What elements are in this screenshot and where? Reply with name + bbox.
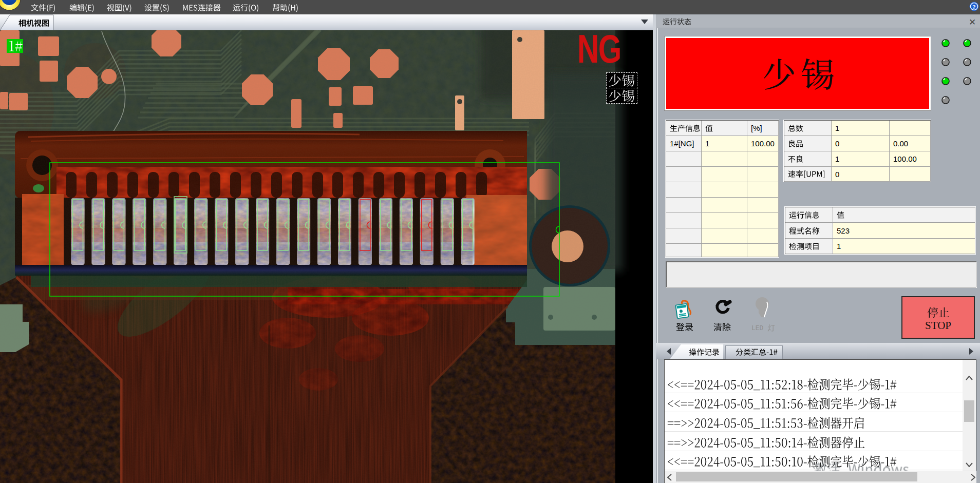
svg-text:?: ? (972, 3, 976, 11)
